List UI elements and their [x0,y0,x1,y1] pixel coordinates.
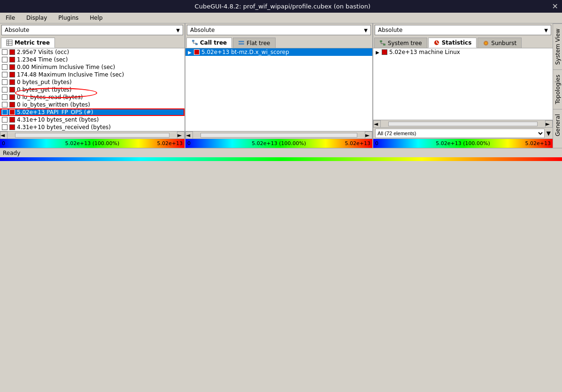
color-indicator [194,49,200,55]
close-button[interactable]: ✕ [552,2,558,11]
checkbox[interactable] [2,57,8,62]
sidebar-tab-system-view[interactable]: System View [553,23,562,69]
right-dropdown-label: Absolute [378,27,402,33]
tab-metric-tree[interactable]: Metric tree [1,38,55,48]
svg-point-18 [485,42,487,44]
right-tab-bar: System tree Statistics Sunburst [373,37,553,48]
tree-item[interactable]: 2.95e7 Visits (occ) [0,48,185,56]
middle-dropdown-arrow: ▼ [364,28,368,33]
hscroll-right-btn[interactable]: ► [365,131,372,139]
right-tree-content[interactable]: ▶ 5.02e+13 machine Linux [373,48,553,120]
tree-item[interactable]: 1.23e4 Time (sec) [0,56,185,63]
left-tree-content[interactable]: 2.95e7 Visits (occ) 1.23e4 Time (sec) 0.… [0,48,185,131]
color-indicator [9,124,15,130]
svg-rect-0 [7,40,12,46]
color-indicator [9,102,15,108]
right-hscroll[interactable]: ◄ ► [373,120,553,127]
color-indicator [9,72,15,77]
menu-file[interactable]: File [2,14,19,22]
tree-item-system[interactable]: ▶ 5.02e+13 machine Linux [373,48,553,56]
hscroll-left-btn[interactable]: ◄ [185,131,193,139]
checkbox[interactable] [2,79,8,85]
svg-rect-5 [195,43,198,45]
sidebar-tab-topologies[interactable]: Topologies [553,69,562,109]
checkbox[interactable] [2,109,8,115]
checkbox[interactable] [2,87,8,92]
hscroll-right-btn[interactable]: ► [545,120,553,128]
right-sidebar: System View Topologies General [553,23,562,148]
tab-flat-tree[interactable]: Flat tree [233,38,275,48]
item-label: 5.02e+13 bt-mz.D.x_wi_scorep [201,49,289,55]
right-filter-bar: All (72 elements) ▼ [373,127,553,138]
flat-tree-icon [238,40,245,46]
right-dropdown[interactable]: Absolute ▼ [375,25,551,35]
filter-select[interactable]: All (72 elements) [375,129,545,138]
expand-arrow[interactable]: ▶ [187,50,192,55]
middle-tree-content[interactable]: ▶ 5.02e+13 bt-mz.D.x_wi_scorep [185,48,372,131]
progress-right: 5.02e+13 [345,140,370,146]
tree-item[interactable]: 0.00 Minimum Inclusive Time (sec) [0,63,185,71]
left-dropdown-arrow: ▼ [176,28,180,33]
left-progress-bar: 0 5.02e+13 (100.00%) 5.02e+13 [0,138,185,148]
menu-plugins[interactable]: Plugins [54,14,82,22]
left-tab-bar: Metric tree [0,37,185,48]
tab-call-tree[interactable]: Call tree [186,38,232,48]
checkbox[interactable] [2,94,8,100]
tree-item[interactable]: 4.31e+10 bytes_sent (bytes) [0,116,185,123]
tab-statistics-label: Statistics [442,39,472,46]
window-title: CubeGUI-4.8.2: prof_wif_wipapi/profile.c… [195,3,370,10]
menu-help[interactable]: Help [86,14,106,22]
sidebar-tab-general[interactable]: General [553,109,562,141]
tab-system-tree[interactable]: System tree [374,38,427,48]
tab-system-tree-label: System tree [388,40,422,46]
tab-call-tree-label: Call tree [200,39,227,46]
expand-arrow[interactable]: ▶ [375,50,380,55]
svg-rect-8 [239,41,244,42]
middle-hscroll[interactable]: ◄ ► [185,131,372,138]
filter-dropdown-arrow: ▼ [547,130,551,137]
color-indicator [382,49,387,55]
hscroll-left-btn[interactable]: ◄ [0,131,8,139]
color-indicator [9,87,15,92]
menu-bar: File Display Plugins Help [0,13,562,23]
checkbox[interactable] [2,124,8,130]
color-indicator [9,49,15,55]
right-panel: Absolute ▼ System tree Statistics [373,23,553,148]
svg-rect-11 [383,44,385,46]
menu-display[interactable]: Display [23,14,51,22]
title-bar: CubeGUI-4.8.2: prof_wif_wipapi/profile.c… [0,0,562,13]
tree-item[interactable]: 0 io_bytes_written (bytes) [0,101,185,108]
progress-left: 0 [187,140,191,146]
left-dropdown[interactable]: Absolute ▼ [1,25,183,35]
progress-right: 5.02e+13 [525,140,551,146]
middle-dropdown[interactable]: Absolute ▼ [187,25,371,35]
progress-right: 5.02e+13 [157,140,183,146]
tree-item-selected[interactable]: 5.02e+13 PAPI_FP_OPS (#) [0,108,185,116]
checkbox[interactable] [2,64,8,70]
item-label: 0 io_bytes_written (bytes) [17,101,90,108]
item-label: 0 bytes_put (bytes) [17,79,72,85]
checkbox[interactable] [2,117,8,123]
hscroll-track[interactable] [388,122,538,126]
tree-item[interactable]: 0 io_bytes_read (bytes) [0,93,185,101]
hscroll-track[interactable] [200,133,357,138]
checkbox[interactable] [2,102,8,108]
item-label: 5.02e+13 PAPI_FP_OPS (#) [17,109,93,115]
tree-item[interactable]: 0 bytes_put (bytes) [0,78,185,86]
checkbox[interactable] [2,49,8,55]
tree-item[interactable]: 4.31e+10 bytes_received (bytes) [0,123,185,131]
hscroll-left-btn[interactable]: ◄ [373,120,381,128]
tree-item[interactable]: 0 bytes_get (bytes) [0,86,185,93]
hscroll-right-btn[interactable]: ► [177,131,185,139]
tree-item-call[interactable]: ▶ 5.02e+13 bt-mz.D.x_wi_scorep [185,48,372,56]
checkbox[interactable] [2,72,8,77]
color-indicator [9,79,15,85]
tab-sunburst[interactable]: Sunburst [477,38,522,48]
hscroll-track[interactable] [15,133,169,138]
color-indicator [9,64,15,70]
tab-statistics[interactable]: Statistics [428,38,477,48]
tree-item[interactable]: 174.48 Maximum Inclusive Time (sec) [0,71,185,78]
left-hscroll[interactable]: ◄ ► [0,131,185,138]
middle-tab-bar: Call tree Flat tree [185,37,372,48]
progress-left: 0 [375,140,378,146]
